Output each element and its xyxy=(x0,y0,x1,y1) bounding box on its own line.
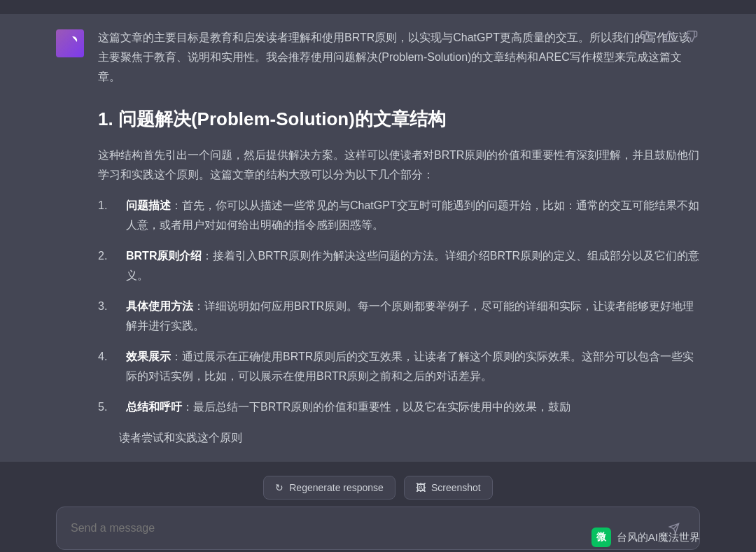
copy-icon[interactable] xyxy=(638,28,655,45)
regenerate-label: Regenerate response xyxy=(289,482,384,493)
assistant-message: 这篇文章的主要目标是教育和启发读者理解和使用BRTR原则，以实现与ChatGPT… xyxy=(0,14,756,462)
list-label-4: 效果展示 xyxy=(126,351,171,362)
regenerate-button[interactable]: ↻ Regenerate response xyxy=(263,476,396,500)
message-body: 这篇文章的主要目标是教育和启发读者理解和使用BRTR原则，以实现与ChatGPT… xyxy=(98,28,700,448)
list-item-5: 总结和呼吁：最后总结一下BRTR原则的价值和重要性，以及它在实际使用中的效果，鼓… xyxy=(98,397,700,417)
list-text-4: ：通过展示在正确使用BRTR原则后的交互效果，让读者了解这个原则的实际效果。这部… xyxy=(126,351,694,382)
thumbs-down-icon[interactable] xyxy=(683,28,700,45)
list-label-1: 问题描述 xyxy=(126,199,171,211)
svg-rect-0 xyxy=(645,35,652,42)
list-text-1: ：首先，你可以从描述一些常见的与ChatGPT交互时可能遇到的问题开始，比如：通… xyxy=(126,199,699,231)
message-input[interactable] xyxy=(71,522,656,535)
list-label-3: 具体使用方法 xyxy=(126,300,193,312)
bottom-bar: ↻ Regenerate response 🖼 Screenshot 微 台风的… xyxy=(0,476,756,552)
structure-list: 问题描述：首先，你可以从描述一些常见的与ChatGPT交互时可能遇到的问题开始，… xyxy=(98,196,700,417)
paragraph-1: 这种结构首先引出一个问题，然后提供解决方案。这样可以使读者对BRTR原则的价值和… xyxy=(98,146,700,185)
bottom-action-row: ↻ Regenerate response 🖼 Screenshot xyxy=(56,476,700,500)
chat-container: 这篇文章的主要目标是教育和启发读者理解和使用BRTR原则，以实现与ChatGPT… xyxy=(0,0,756,476)
wechat-icon: 微 xyxy=(592,528,611,547)
regenerate-icon: ↻ xyxy=(275,482,284,493)
watermark-text: 台风的AI魔法世界 xyxy=(617,531,700,544)
screenshot-label: Screenshot xyxy=(431,482,481,493)
list-item-4: 效果展示：通过展示在正确使用BRTR原则后的交互效果，让读者了解这个原则的实际效… xyxy=(98,347,700,386)
list-label-2: BRTR原则介绍 xyxy=(126,250,202,262)
thumbs-up-icon[interactable] xyxy=(661,28,678,45)
list-item-2: BRTR原则介绍：接着引入BRTR原则作为解决这些问题的方法。详细介绍BRTR原… xyxy=(98,246,700,285)
message-action-buttons xyxy=(638,28,700,45)
list-text-3: ：详细说明如何应用BRTR原则。每一个原则都要举例子，尽可能的详细和实际，让读者… xyxy=(126,300,694,332)
list-item-1: 问题描述：首先，你可以从描述一些常见的与ChatGPT交互时可能遇到的问题开始，… xyxy=(98,196,700,235)
list-text-5-partial: ：最后总结一下BRTR原则的价值和重要性，以及它在实际使用中的效果，鼓励 xyxy=(182,401,570,413)
assistant-avatar xyxy=(56,29,84,57)
truncated-text: 读者尝试和实践这个原则 xyxy=(119,428,700,448)
action-icons-row xyxy=(638,28,700,45)
screenshot-icon: 🖼 xyxy=(416,482,426,493)
list-text-2: ：接着引入BRTR原则作为解决这些问题的方法。详细介绍BRTR原则的定义、组成部… xyxy=(126,250,699,281)
list-item-3: 具体使用方法：详细说明如何应用BRTR原则。每一个原则都要举例子，尽可能的详细和… xyxy=(98,297,700,336)
watermark: 微 台风的AI魔法世界 xyxy=(592,528,700,547)
intro-paragraph: 这篇文章的主要目标是教育和启发读者理解和使用BRTR原则，以实现与ChatGPT… xyxy=(98,28,700,87)
list-label-5: 总结和呼吁 xyxy=(126,401,182,413)
section-heading-1: 1. 问题解决(Problem-Solution)的文章结构 xyxy=(98,104,700,134)
screenshot-button[interactable]: 🖼 Screenshot xyxy=(404,476,493,500)
